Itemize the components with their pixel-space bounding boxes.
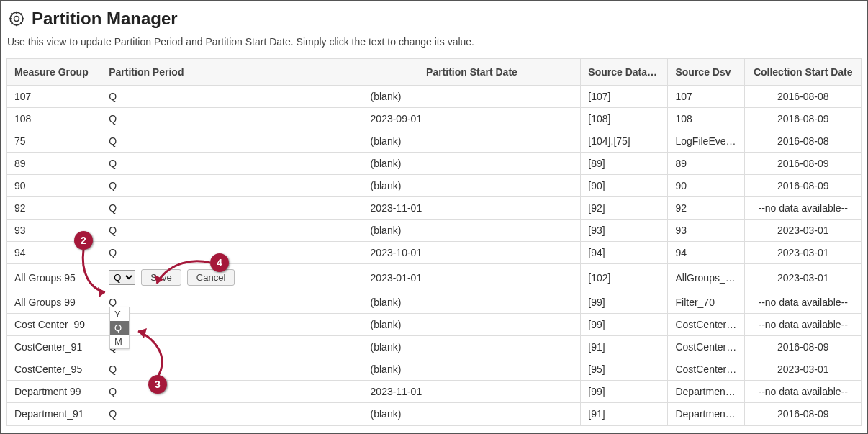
- cell-collection-start-date: 2016-08-09: [745, 175, 862, 197]
- cancel-button[interactable]: Cancel: [187, 269, 235, 286]
- cell-partition-start-date[interactable]: (blank): [363, 130, 581, 153]
- cell-collection-start-date: --no data available--: [745, 381, 862, 403]
- table-row: CostCenter_95Q(blank)[95]CostCenter_9520…: [7, 358, 862, 381]
- period-select[interactable]: YQM: [109, 270, 135, 285]
- table-row: 90Q(blank)[90]902016-08-09: [7, 175, 862, 197]
- cell-partition-start-date[interactable]: (blank): [363, 175, 581, 197]
- cell-partition-period[interactable]: Q: [101, 153, 363, 175]
- cell-source-dsv: AllGroups_102: [668, 264, 745, 291]
- cell-source-datatype: [99]: [581, 381, 668, 403]
- period-option-q[interactable]: Q: [110, 321, 129, 335]
- col-partition-period[interactable]: Partition Period: [101, 59, 363, 86]
- cell-source-datatype: [93]: [581, 220, 668, 242]
- cell-measure-group: Department 99: [7, 381, 101, 403]
- cell-source-dsv: 93: [668, 220, 745, 242]
- col-collection-start-date[interactable]: Collection Start Date: [745, 59, 862, 86]
- table-row: Department_91Q(blank)[91]Department_9120…: [7, 403, 862, 425]
- cell-partition-period[interactable]: Q: [101, 197, 363, 220]
- cell-partition-start-date[interactable]: (blank): [363, 153, 581, 175]
- cell-collection-start-date: 2023-03-01: [745, 220, 862, 242]
- table-row: 93Q(blank)[93]932023-03-01: [7, 220, 862, 242]
- cell-partition-period[interactable]: Q: [101, 86, 363, 108]
- cell-measure-group: All Groups 95: [7, 264, 101, 291]
- cell-partition-start-date[interactable]: 2023-09-01: [363, 108, 581, 130]
- cell-partition-period[interactable]: Q: [101, 242, 363, 264]
- col-source-datatype[interactable]: Source Datatype: [581, 59, 668, 86]
- callout-4: 4: [210, 253, 229, 272]
- cell-source-datatype: [94]: [581, 242, 668, 264]
- cell-partition-period[interactable]: Q: [101, 403, 363, 425]
- cell-measure-group: CostCenter_95: [7, 358, 101, 381]
- cell-source-datatype: [104],[75]: [581, 130, 668, 153]
- cell-collection-start-date: 2016-08-09: [745, 403, 862, 425]
- table-row: 107Q(blank)[107]1072016-08-08: [7, 86, 862, 108]
- cell-source-dsv: CostCenter_99: [668, 314, 745, 336]
- table-row: 92Q2023-11-01[92]92--no data available--: [7, 197, 862, 220]
- page-subtitle: Use this view to update Partition Period…: [6, 32, 862, 58]
- cell-collection-start-date: --no data available--: [745, 314, 862, 336]
- col-partition-start-date[interactable]: Partition Start Date: [363, 59, 581, 86]
- table-row: Department 99Q2023-11-01[99]Department 9…: [7, 381, 862, 403]
- cell-partition-start-date[interactable]: (blank): [363, 314, 581, 336]
- col-measure-group[interactable]: Measure Group: [7, 59, 101, 86]
- cell-source-dsv: 89: [668, 153, 745, 175]
- table-header-row: Measure Group Partition Period Partition…: [7, 59, 862, 86]
- cell-collection-start-date: --no data available--: [745, 291, 862, 314]
- period-option-y[interactable]: Y: [110, 307, 129, 321]
- cell-partition-start-date[interactable]: 2023-11-01: [363, 381, 581, 403]
- cell-source-dsv: 92: [668, 197, 745, 220]
- cell-collection-start-date: 2016-08-09: [745, 108, 862, 130]
- cell-source-datatype: [92]: [581, 197, 668, 220]
- cell-partition-period[interactable]: Q: [101, 336, 363, 358]
- cell-measure-group: All Groups 99: [7, 291, 101, 314]
- cell-partition-start-date[interactable]: (blank): [363, 220, 581, 242]
- period-dropdown-menu[interactable]: Y Q M: [109, 307, 130, 349]
- col-source-dsv[interactable]: Source Dsv: [668, 59, 745, 86]
- cell-source-datatype: [91]: [581, 403, 668, 425]
- cell-partition-period[interactable]: Q: [101, 314, 363, 336]
- cell-source-dsv: Filter_70: [668, 291, 745, 314]
- cell-partition-start-date[interactable]: (blank): [363, 336, 581, 358]
- cell-collection-start-date: 2023-03-01: [745, 264, 862, 291]
- cell-partition-period[interactable]: Q: [101, 175, 363, 197]
- cell-measure-group: 75: [7, 130, 101, 153]
- cell-partition-period[interactable]: YQMSaveCancel: [101, 264, 363, 291]
- period-option-m[interactable]: M: [110, 335, 129, 348]
- cell-source-datatype: [99]: [581, 291, 668, 314]
- cell-partition-period[interactable]: Q: [101, 130, 363, 153]
- callout-2: 2: [74, 231, 93, 250]
- cell-source-dsv: Department 99: [668, 381, 745, 403]
- cell-partition-start-date[interactable]: 2023-11-01: [363, 197, 581, 220]
- cell-partition-start-date[interactable]: (blank): [363, 291, 581, 314]
- cell-partition-start-date[interactable]: 2023-01-01: [363, 264, 581, 291]
- cell-measure-group: Department_91: [7, 403, 101, 425]
- table-row: 94Q2023-10-01[94]942023-03-01: [7, 242, 862, 264]
- table-row: 89Q(blank)[89]892016-08-09: [7, 153, 862, 175]
- table-row: All Groups 99Q(blank)[99]Filter_70--no d…: [7, 291, 862, 314]
- cell-collection-start-date: 2023-03-01: [745, 358, 862, 381]
- cell-source-datatype: [102]: [581, 264, 668, 291]
- cell-source-datatype: [108]: [581, 108, 668, 130]
- save-button[interactable]: Save: [141, 269, 181, 286]
- cell-partition-start-date[interactable]: (blank): [363, 358, 581, 381]
- cell-measure-group: 89: [7, 153, 101, 175]
- app-frame: Partition Manager Use this view to updat…: [0, 0, 868, 434]
- cell-source-dsv: 90: [668, 175, 745, 197]
- table-row: 108Q2023-09-01[108]1082016-08-09: [7, 108, 862, 130]
- cell-partition-period[interactable]: Q: [101, 291, 363, 314]
- cell-partition-start-date[interactable]: (blank): [363, 403, 581, 425]
- cell-source-datatype: [90]: [581, 175, 668, 197]
- cell-partition-period[interactable]: Q: [101, 381, 363, 403]
- cell-collection-start-date: 2016-08-08: [745, 130, 862, 153]
- svg-point-0: [14, 17, 19, 22]
- table-row: 75Q(blank)[104],[75]LogFileEvents2016-08…: [7, 130, 862, 153]
- table-row: Cost Center_99Q(blank)[99]CostCenter_99-…: [7, 314, 862, 336]
- cell-partition-period[interactable]: Q: [101, 358, 363, 381]
- svg-point-1: [10, 12, 23, 25]
- cell-partition-period[interactable]: Q: [101, 108, 363, 130]
- cell-source-datatype: [89]: [581, 153, 668, 175]
- cell-measure-group: Cost Center_99: [7, 314, 101, 336]
- cell-partition-period[interactable]: Q: [101, 220, 363, 242]
- cell-partition-start-date[interactable]: (blank): [363, 86, 581, 108]
- cell-partition-start-date[interactable]: 2023-10-01: [363, 242, 581, 264]
